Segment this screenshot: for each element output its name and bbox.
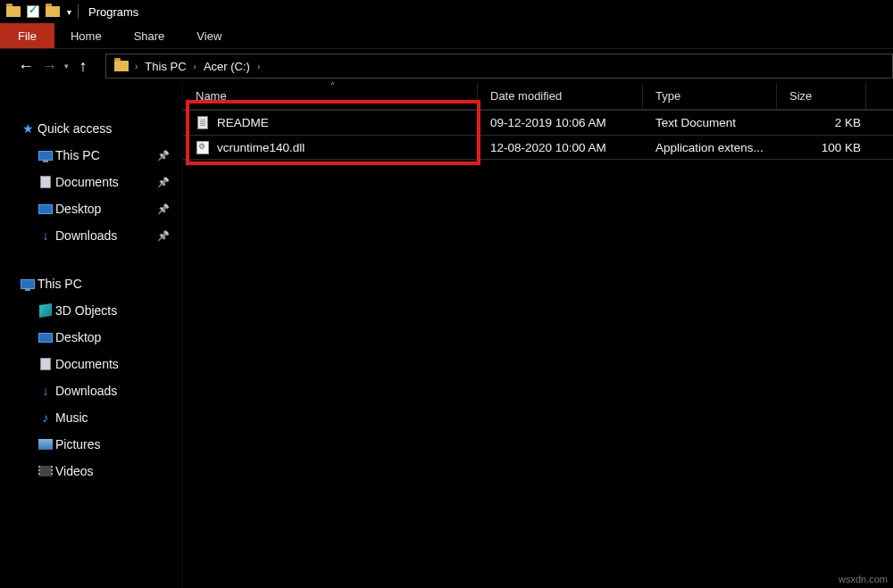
- 3d-icon: [36, 304, 55, 317]
- file-txt-icon: [196, 116, 210, 130]
- down-icon: [36, 228, 55, 243]
- desk-icon: [36, 333, 55, 343]
- ribbon-tab-view[interactable]: View: [180, 23, 238, 48]
- sidebar-label: This PC: [38, 277, 82, 291]
- sidebar-this-pc[interactable]: This PC: [0, 270, 182, 297]
- sidebar-quick-access[interactable]: ★ Quick access: [0, 115, 182, 142]
- ribbon-file-tab[interactable]: File: [0, 23, 54, 48]
- sidebar-item[interactable]: Documents: [0, 351, 182, 377]
- sidebar-item[interactable]: Documents: [0, 169, 182, 195]
- navigation-bar: ← → ▾ ↑ › This PC › Acer (C:) ›: [0, 49, 893, 83]
- column-headers: Name ˄ Date modified Type Size: [183, 83, 893, 110]
- title-bar: ▾ Programs: [0, 0, 893, 23]
- sidebar-item-label: Downloads: [55, 228, 117, 243]
- chevron-right-icon[interactable]: ›: [131, 62, 141, 71]
- sidebar-item[interactable]: Music: [0, 404, 182, 431]
- sidebar-item-label: Music: [55, 410, 88, 425]
- ribbon-tab-home[interactable]: Home: [54, 23, 118, 48]
- music-icon: [36, 410, 55, 425]
- file-type: Text Document: [643, 116, 777, 129]
- nav-up-button[interactable]: ↑: [71, 54, 95, 78]
- doc-icon: [36, 176, 55, 188]
- chevron-right-icon[interactable]: ›: [190, 62, 200, 71]
- sidebar-item[interactable]: Videos: [0, 458, 182, 484]
- sidebar-item-label: Documents: [55, 357, 119, 371]
- file-row[interactable]: vcruntime140.dll12-08-2020 10:00 AMAppli…: [183, 135, 893, 160]
- vid-icon: [36, 466, 55, 476]
- pc-icon: [36, 151, 55, 161]
- breadcrumb-this-pc[interactable]: This PC: [141, 60, 189, 73]
- ribbon: File Home Share View: [0, 23, 893, 48]
- sidebar-item[interactable]: 3D Objects: [0, 297, 182, 324]
- file-date: 12-08-2020 10:00 AM: [478, 141, 643, 154]
- address-folder-icon: [112, 61, 131, 71]
- column-header-date[interactable]: Date modified: [478, 83, 643, 109]
- file-name: README: [217, 116, 269, 129]
- file-name: vcruntime140.dll: [217, 141, 305, 154]
- sidebar-item[interactable]: Desktop: [0, 324, 182, 351]
- qat-folder-icon[interactable]: [43, 6, 63, 17]
- file-date: 09-12-2019 10:06 AM: [478, 116, 643, 129]
- nav-back-button[interactable]: ←: [14, 54, 38, 78]
- breadcrumb-drive[interactable]: Acer (C:): [200, 60, 254, 73]
- navigation-pane: ★ Quick access This PCDocumentsDesktopDo…: [0, 83, 183, 588]
- sidebar-item-label: Desktop: [55, 330, 101, 344]
- sidebar-item[interactable]: Pictures: [0, 431, 182, 458]
- window-title: Programs: [81, 5, 138, 19]
- column-header-type[interactable]: Type: [643, 83, 777, 109]
- column-header-size[interactable]: Size: [777, 83, 866, 109]
- nav-history-dropdown-icon[interactable]: ▾: [61, 62, 71, 70]
- pic-icon: [36, 439, 55, 450]
- sidebar-label: Quick access: [38, 121, 112, 136]
- sidebar-item-label: 3D Objects: [55, 303, 117, 318]
- sidebar-item-label: Desktop: [55, 202, 101, 216]
- file-type: Application extens...: [643, 141, 777, 154]
- sidebar-item-label: Videos: [55, 464, 94, 478]
- watermark: wsxdn.com: [839, 574, 888, 584]
- title-separator: [78, 4, 79, 19]
- sidebar-item[interactable]: Downloads: [0, 377, 182, 404]
- sidebar-item[interactable]: Downloads: [0, 222, 182, 249]
- sidebar-item[interactable]: Desktop: [0, 195, 182, 222]
- nav-forward-button[interactable]: →: [38, 54, 61, 78]
- file-dll-icon: [196, 140, 210, 154]
- file-list-pane: Name ˄ Date modified Type Size README09-…: [183, 83, 893, 588]
- app-folder-icon: [4, 6, 23, 17]
- sidebar-item-label: Documents: [55, 175, 119, 189]
- sidebar-item[interactable]: This PC: [0, 142, 182, 169]
- column-header-name[interactable]: Name ˄: [183, 83, 478, 109]
- pc-icon: [18, 279, 38, 289]
- file-row[interactable]: README09-12-2019 10:06 AMText Document2 …: [183, 110, 893, 135]
- address-bar[interactable]: › This PC › Acer (C:) ›: [105, 54, 893, 79]
- chevron-right-icon[interactable]: ›: [254, 62, 263, 71]
- star-icon: ★: [18, 121, 38, 136]
- sidebar-item-label: This PC: [55, 148, 100, 162]
- doc-icon: [36, 358, 55, 370]
- sidebar-item-label: Pictures: [55, 437, 101, 451]
- file-size: 2 KB: [777, 116, 861, 129]
- ribbon-tab-share[interactable]: Share: [118, 23, 181, 48]
- desk-icon: [36, 204, 55, 214]
- sort-arrow-icon: ˄: [330, 81, 335, 91]
- file-size: 100 KB: [777, 141, 861, 154]
- qat-checkbox-icon[interactable]: [23, 5, 43, 18]
- qat-dropdown-icon[interactable]: ▾: [63, 7, 75, 17]
- down-icon: [36, 384, 55, 398]
- sidebar-item-label: Downloads: [55, 384, 117, 398]
